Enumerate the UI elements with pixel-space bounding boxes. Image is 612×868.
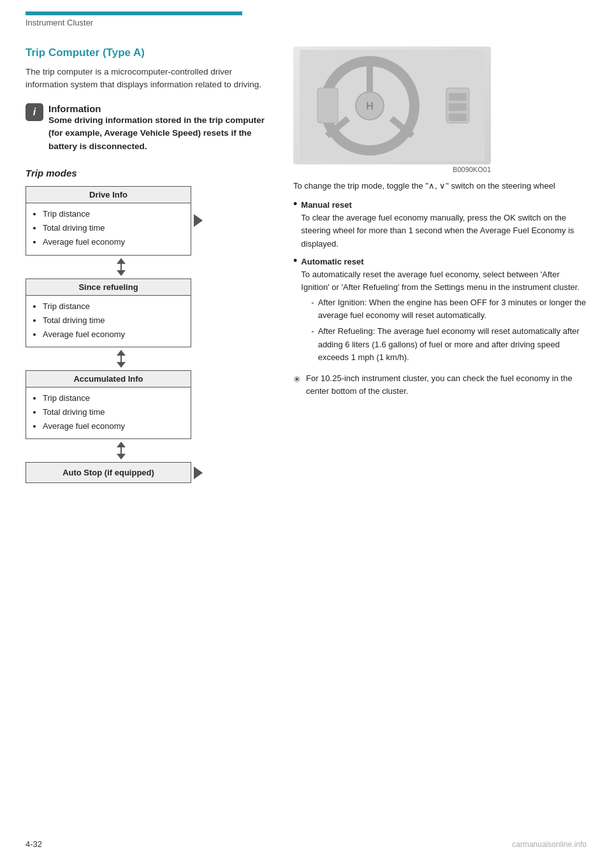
auto-stop-header: Auto Stop (if equipped)	[26, 463, 191, 482]
right-text: To change the trip mode, toggle the "∧, …	[293, 180, 586, 398]
list-item: Total driving time	[43, 221, 182, 235]
toggle-text: To change the trip mode, toggle the "∧, …	[293, 180, 586, 192]
right-column: H B0090KO01 To change the trip mod	[293, 47, 586, 483]
left-column: Trip Computer (Type A) The trip computer…	[26, 47, 274, 483]
bullet-automatic-reset: • Automatic reset To automatically reset…	[293, 256, 586, 367]
arrow-down-icon	[117, 270, 126, 276]
sub-bullet-ignition: - After Ignition: When the engine has be…	[311, 296, 586, 322]
manual-reset-text: To clear the average fuel economy manual…	[301, 213, 574, 248]
header-title: Instrument Cluster	[26, 18, 612, 27]
arrow-up-icon	[117, 350, 126, 356]
svg-text:H: H	[366, 101, 374, 112]
arrow-line	[120, 264, 122, 270]
bullet-manual-reset: • Manual reset To clear the average fuel…	[293, 199, 586, 250]
since-refueling-row: Since refueling Trip distance Total driv…	[26, 278, 217, 347]
sub-bullet-refueling: - After Refueling: The average fuel econ…	[311, 325, 586, 363]
bullet-label: Manual reset	[301, 200, 351, 210]
note-item: ✳ For 10.25-inch instrument cluster, you…	[293, 372, 586, 398]
info-box: i Information Some driving information s…	[26, 103, 274, 154]
auto-stop-row: Auto Stop (if equipped)	[26, 462, 217, 483]
arrow-3	[117, 442, 126, 459]
list-item: Average fuel economy	[43, 235, 182, 249]
steering-image: H	[293, 47, 491, 164]
list-item: Average fuel economy	[43, 328, 182, 342]
bullet-text: Manual reset To clear the average fuel e…	[301, 199, 586, 250]
dash-icon: -	[311, 325, 314, 363]
intro-text: The trip computer is a microcomputer-con…	[26, 66, 274, 92]
info-box-content: Information Some driving information sto…	[48, 103, 274, 154]
info-icon: i	[26, 103, 43, 121]
drive-info-pointer	[194, 214, 203, 227]
sub-bullet-text: After Refueling: The average fuel econom…	[318, 325, 586, 363]
accumulated-info-header: Accumulated Info	[26, 371, 191, 387]
list-item: Trip distance	[43, 300, 182, 314]
list-item: Total driving time	[43, 314, 182, 328]
svg-rect-10	[449, 103, 467, 111]
arrow-1	[117, 258, 126, 276]
since-refueling-box: Since refueling Trip distance Total driv…	[26, 278, 191, 347]
arrow-up-icon	[117, 442, 126, 447]
accumulated-info-body: Trip distance Total driving time Average…	[26, 387, 191, 438]
list-item: Trip distance	[43, 207, 182, 221]
accumulated-info-row: Accumulated Info Trip distance Total dri…	[26, 370, 217, 439]
arrow-down-icon	[117, 454, 126, 459]
trip-modes-title: Trip modes	[26, 168, 274, 178]
image-caption: B0090KO01	[293, 166, 491, 173]
flow-diagram: Drive Info Trip distance Total driving t…	[26, 186, 217, 483]
since-refueling-header: Since refueling	[26, 279, 191, 296]
sub-bullet-text: After Ignition: When the engine has been…	[318, 296, 586, 322]
svg-rect-11	[449, 113, 467, 121]
steering-wheel-svg: H	[300, 50, 484, 161]
list-item: Total driving time	[43, 405, 182, 419]
drive-info-header: Drive Info	[26, 187, 191, 203]
automatic-reset-text: To automatically reset the average fuel …	[301, 270, 579, 292]
page-number: 4-32	[26, 839, 42, 849]
bullet-dot: •	[293, 198, 297, 210]
accumulated-info-box: Accumulated Info Trip distance Total dri…	[26, 370, 191, 439]
page-footer: 4-32 carmanualsonline.info	[0, 833, 612, 855]
arrow-down-icon	[117, 362, 126, 368]
footer-logo: carmanualsonline.info	[512, 840, 586, 849]
arrow-up-icon	[117, 258, 126, 264]
arrow-line	[120, 356, 122, 362]
svg-rect-7	[317, 88, 338, 123]
arrow-line	[120, 447, 122, 454]
arrow-2	[117, 350, 126, 368]
drive-info-box: Drive Info Trip distance Total driving t…	[26, 186, 191, 255]
header-bar	[26, 11, 242, 15]
info-label: Information	[48, 103, 274, 114]
since-refueling-body: Trip distance Total driving time Average…	[26, 296, 191, 347]
bullet-label: Automatic reset	[301, 257, 363, 266]
steering-image-box: H B0090KO01	[293, 47, 586, 173]
auto-stop-box: Auto Stop (if equipped)	[26, 462, 191, 483]
list-item: Trip distance	[43, 391, 182, 405]
drive-info-row: Drive Info Trip distance Total driving t…	[26, 186, 217, 255]
info-text: Some driving information stored in the t…	[48, 114, 274, 154]
list-item: Average fuel economy	[43, 419, 182, 433]
drive-info-body: Trip distance Total driving time Average…	[26, 203, 191, 254]
note-symbol: ✳	[293, 373, 301, 398]
dash-icon: -	[311, 296, 314, 322]
bullet-text: Automatic reset To automatically reset t…	[301, 256, 586, 367]
svg-rect-9	[449, 93, 467, 101]
note-text: For 10.25-inch instrument cluster, you c…	[306, 372, 586, 398]
bullet-dot: •	[293, 255, 297, 266]
sub-bullets: - After Ignition: When the engine has be…	[311, 296, 586, 364]
auto-stop-pointer	[194, 467, 203, 479]
section-title: Trip Computer (Type A)	[26, 47, 274, 59]
